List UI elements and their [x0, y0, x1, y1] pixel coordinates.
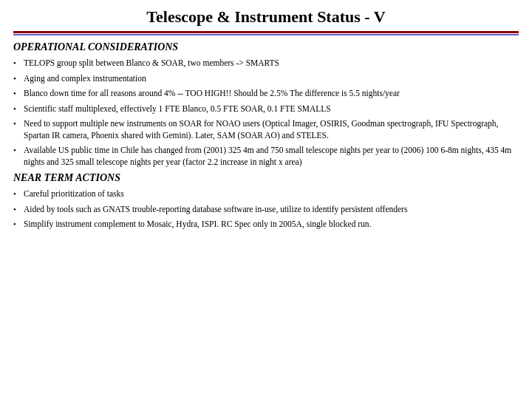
bullet-text: Scientific staff multiplexed, effectivel… [24, 103, 519, 115]
bullet-icon: • [13, 188, 24, 200]
divider-top [13, 31, 519, 33]
list-item: •Scientific staff multiplexed, effective… [13, 103, 519, 115]
list-item: •TELOPS group split between Blanco & SOA… [13, 58, 519, 69]
bullet-icon: • [13, 204, 24, 215]
bullet-text: Available US public time in Chile has ch… [24, 145, 519, 168]
bullet-icon: • [13, 219, 24, 230]
bullet-text: Simplify instrument complement to Mosaic… [24, 219, 519, 231]
list-item: •Careful prioritization of tasks [13, 188, 519, 200]
bullet-icon: • [13, 118, 24, 129]
list-item: •Need to support multiple new instrument… [13, 118, 519, 141]
bullet-text: Careful prioritization of tasks [24, 188, 519, 200]
bullet-icon: • [13, 58, 24, 69]
list-item: •Aging and complex instrumentation [13, 73, 519, 85]
operational-bullets: •TELOPS group split between Blanco & SOA… [13, 58, 519, 168]
bullet-text: Need to support multiple new instruments… [24, 118, 519, 141]
bullet-icon: • [13, 103, 24, 115]
operational-section-title: OPERATIONAL CONSIDERATIONS [13, 41, 519, 53]
divider-bottom [13, 34, 519, 35]
divider [13, 31, 519, 35]
list-item: •Blanco down time for all reasons around… [13, 88, 519, 100]
near-term-section: NEAR TERM ACTIONS •Careful prioritizatio… [13, 172, 519, 231]
list-item: •Aided by tools such as GNATS trouble-re… [13, 204, 519, 216]
bullet-text: Blanco down time for all reasons around … [24, 88, 519, 100]
page: Telescope & Instrument Status - V OPERAT… [0, 0, 532, 399]
near-term-bullets: •Careful prioritization of tasks•Aided b… [13, 188, 519, 231]
bullet-icon: • [13, 73, 24, 84]
near-term-section-title: NEAR TERM ACTIONS [13, 172, 519, 184]
bullet-text: Aging and complex instrumentation [24, 73, 519, 85]
list-item: •Simplify instrument complement to Mosai… [13, 219, 519, 231]
bullet-text: Aided by tools such as GNATS trouble-rep… [24, 204, 519, 216]
bullet-text: TELOPS group split between Blanco & SOAR… [24, 58, 519, 69]
bullet-icon: • [13, 145, 24, 156]
bullet-icon: • [13, 88, 24, 99]
page-title: Telescope & Instrument Status - V [13, 7, 519, 27]
list-item: •Available US public time in Chile has c… [13, 145, 519, 168]
